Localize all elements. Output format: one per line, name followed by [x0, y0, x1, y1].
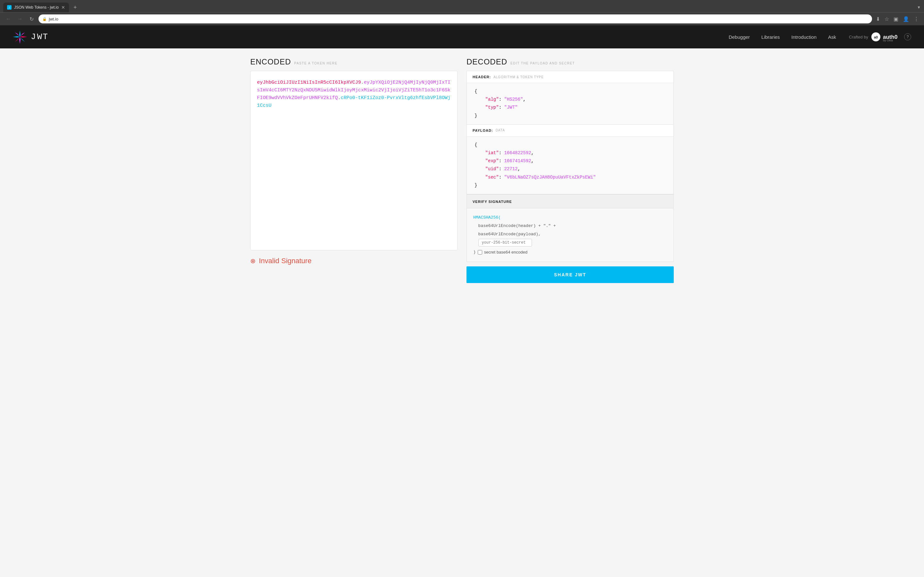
secret-input[interactable] — [478, 239, 532, 247]
typ-value: "JWT" — [504, 105, 517, 110]
url-text: jwt.io — [49, 17, 868, 21]
iat-colon: : — [499, 150, 504, 155]
browser-actions: ⬇ ☆ ▣ 👤 ⋮ — [875, 15, 920, 23]
back-button[interactable]: ← — [4, 15, 13, 23]
encoded-column: Encoded PASTE A TOKEN HERE eyJhbGciOiJIU… — [250, 57, 457, 283]
token-part1: eyJhbGciOiJIUzI1NiIsInR5cCI6IkpXVCJ9 — [257, 80, 361, 85]
payload-label: PAYLOAD: — [473, 129, 493, 132]
columns-layout: Encoded PASTE A TOKEN HERE eyJhbGciOiJIU… — [250, 57, 674, 283]
svg-text:a0: a0 — [874, 35, 878, 39]
svg-marker-8 — [15, 32, 20, 37]
nav-introduction[interactable]: Introduction — [792, 34, 817, 40]
close-brace-1: } — [475, 113, 477, 118]
header-body[interactable]: { "alg": "HS256", "typ": "JWT" } — [467, 83, 674, 124]
nav-debugger[interactable]: Debugger — [729, 34, 750, 40]
logo-area: JWT — [13, 30, 729, 44]
verify-func: HMACSHA256( — [473, 215, 501, 220]
sidebar-icon[interactable]: ▣ — [892, 15, 900, 23]
iat-key: "iat" — [485, 150, 499, 155]
uid-key: "uid" — [485, 166, 499, 171]
verify-line1: base64UrlEncode(header) + "." + — [478, 223, 556, 228]
typ-colon: : — [499, 105, 504, 110]
verify-body: HMACSHA256( base64UrlEncode(header) + ".… — [467, 208, 674, 261]
menu-icon[interactable]: ⋮ — [913, 15, 920, 23]
decoded-column: Decoded EDIT THE PAYLOAD AND SECRET HEAD… — [467, 57, 674, 283]
exp-colon: : — [499, 158, 504, 163]
svg-marker-2 — [20, 32, 25, 37]
reload-button[interactable]: ↻ — [27, 15, 36, 23]
logo-text: JWT — [31, 32, 49, 42]
download-icon[interactable]: ⬇ — [875, 15, 881, 23]
tab-title: JSON Web Tokens - jwt.io — [14, 5, 59, 10]
exp-comma: , — [531, 158, 533, 163]
verify-section: VERIFY SIGNATURE HMACSHA256( base64UrlEn… — [467, 194, 674, 262]
exp-key: "exp" — [485, 158, 499, 163]
base64-checkbox[interactable] — [478, 250, 482, 255]
invalid-signature-area: ⊗ Invalid Signature — [250, 257, 457, 265]
checkbox-row: ) secret base64 encoded — [473, 248, 667, 256]
verify-header: VERIFY SIGNATURE — [467, 195, 674, 208]
decoded-title: Decoded — [467, 57, 507, 66]
help-button[interactable]: ? — [904, 33, 911, 40]
dot1: . — [361, 80, 364, 85]
address-bar[interactable]: 🔒 jwt.io — [39, 15, 872, 23]
exp-value: 1667414592 — [504, 158, 531, 163]
tab-strip-menu[interactable]: ▼ — [917, 5, 921, 10]
auth0-logo-svg: a0 auth0 by Okta — [871, 32, 900, 42]
typ-key: "typ" — [485, 105, 499, 110]
close-tab-button[interactable]: ✕ — [61, 5, 65, 10]
svg-marker-4 — [20, 37, 25, 42]
tab-favicon: J — [7, 5, 11, 10]
header-section-header: HEADER: ALGORITHM & TOKEN TYPE — [467, 71, 674, 83]
verify-line2: base64UrlEncode(payload), — [478, 232, 541, 237]
share-jwt-button[interactable]: SHARE JWT — [467, 266, 674, 283]
header-section: HEADER: ALGORITHM & TOKEN TYPE { "alg": … — [467, 71, 674, 125]
uid-value: 22712 — [504, 166, 517, 171]
main-content: Encoded PASTE A TOKEN HERE eyJhbGciOiJIU… — [237, 48, 687, 296]
bookmark-icon[interactable]: ☆ — [883, 15, 890, 23]
alg-comma: , — [523, 97, 525, 102]
close-paren: ) — [473, 248, 476, 256]
svg-marker-3 — [20, 36, 27, 37]
nav-links: Debugger Libraries Introduction Ask — [729, 34, 836, 40]
verify-label: VERIFY SIGNATURE — [473, 200, 512, 203]
sec-value: "V6bLNaOZ7sQzJAH8OpuUaVFtxZkPsEWi" — [504, 175, 596, 180]
sec-key: "sec" — [485, 175, 499, 180]
encoded-header: Encoded PASTE A TOKEN HERE — [250, 57, 457, 66]
open-brace-2: { — [475, 142, 477, 147]
close-brace-2: } — [475, 183, 477, 188]
svg-marker-1 — [19, 31, 21, 37]
crafted-text: Crafted by — [849, 35, 868, 39]
header-sublabel: ALGORITHM & TOKEN TYPE — [493, 75, 543, 79]
browser-chrome: J JSON Web Tokens - jwt.io ✕ + ▼ ← → ↻ 🔒… — [0, 0, 924, 25]
iat-value: 1664822592 — [504, 150, 531, 155]
nav-ask[interactable]: Ask — [828, 34, 836, 40]
auth0-logo[interactable]: a0 auth0 by Okta — [871, 32, 900, 42]
browser-controls: ← → ↻ 🔒 jwt.io ⬇ ☆ ▣ 👤 ⋮ — [0, 12, 924, 25]
uid-comma: , — [517, 166, 520, 171]
active-tab[interactable]: J JSON Web Tokens - jwt.io ✕ — [3, 3, 69, 12]
tab-bar: J JSON Web Tokens - jwt.io ✕ + ▼ — [0, 0, 924, 12]
alg-value: "HS256" — [504, 97, 523, 102]
nav-libraries[interactable]: Libraries — [761, 34, 780, 40]
open-brace-1: { — [475, 89, 477, 94]
crafted-area: Crafted by a0 auth0 by Okta ? — [849, 32, 911, 42]
payload-body[interactable]: { "iat": 1664822592, "exp": 1667414592, … — [467, 137, 674, 194]
decoded-header: Decoded EDIT THE PAYLOAD AND SECRET — [467, 57, 674, 66]
navbar: JWT Debugger Libraries Introduction Ask … — [0, 25, 924, 48]
encoded-panel[interactable]: eyJhbGciOiJIUzI1NiIsInR5cCI6IkpXVCJ9.eyJ… — [250, 71, 457, 250]
uid-colon: : — [499, 166, 504, 171]
alg-key: "alg" — [485, 97, 499, 102]
new-tab-button[interactable]: + — [70, 3, 80, 12]
payload-sublabel: DATA — [496, 129, 505, 132]
lock-icon: 🔒 — [42, 17, 47, 21]
svg-text:by Okta: by Okta — [883, 39, 893, 42]
forward-button[interactable]: → — [15, 15, 24, 23]
payload-section-header: PAYLOAD: DATA — [467, 125, 674, 137]
dot2: . — [338, 95, 341, 101]
invalid-text: Invalid Signature — [259, 257, 312, 265]
profile-icon[interactable]: 👤 — [901, 15, 911, 23]
payload-section: PAYLOAD: DATA { "iat": 1664822592, "exp"… — [467, 125, 674, 194]
encoded-title: Encoded — [250, 57, 291, 66]
sec-colon: : — [499, 175, 504, 180]
